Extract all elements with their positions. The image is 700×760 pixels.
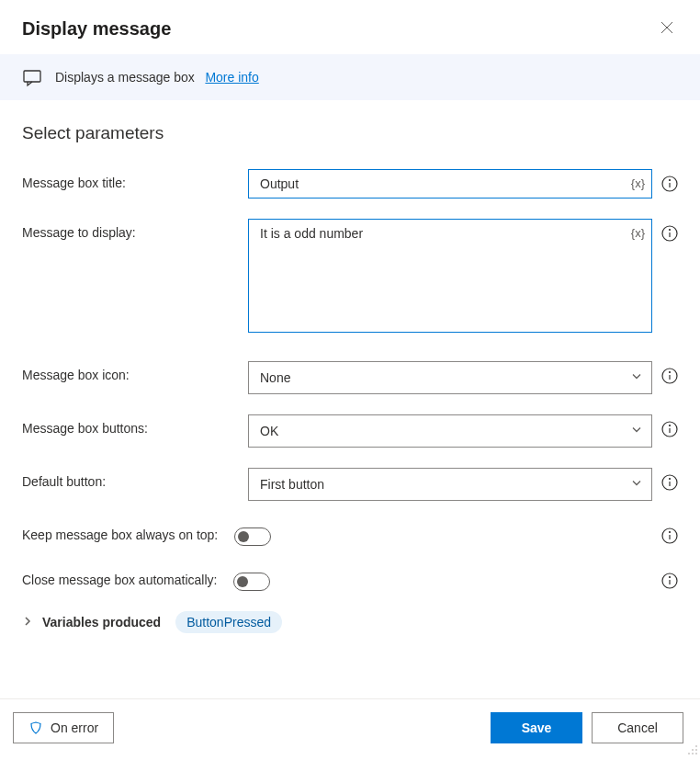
toggle-knob [238,531,249,542]
resize-grip-icon [687,744,698,755]
banner-text: Displays a message box [55,70,195,85]
label-icon: Message box icon: [22,361,235,382]
row-icon: Message box icon: None [22,361,678,394]
svg-point-8 [670,230,671,231]
svg-point-23 [670,577,671,578]
default-button-select[interactable]: First button [248,468,652,501]
label-message: Message to display: [22,219,235,240]
label-buttons: Message box buttons: [22,414,235,436]
svg-point-20 [670,532,671,533]
svg-point-27 [695,753,697,754]
cancel-button[interactable]: Cancel [592,712,683,743]
resize-grip[interactable] [687,743,698,758]
section-title: Select parameters [22,123,678,143]
info-icon [661,474,678,491]
auto-close-toggle[interactable] [233,573,270,591]
help-buttons[interactable] [661,421,678,437]
buttons-select[interactable]: OK [248,414,652,448]
input-wrap-title: {x} [248,169,652,199]
close-button[interactable] [656,17,678,41]
info-icon [661,527,678,544]
title-input[interactable] [248,169,652,199]
row-buttons: Message box buttons: OK [22,414,678,448]
on-error-button[interactable]: On error [13,712,114,743]
svg-point-14 [670,425,671,426]
info-icon [661,225,678,242]
shield-icon [28,720,43,735]
svg-point-5 [670,180,671,181]
svg-rect-2 [24,71,40,82]
info-icon [661,176,678,192]
help-message[interactable] [661,225,678,242]
variables-row: Variables produced ButtonPressed [22,611,678,633]
row-default-button: Default button: First button [22,468,678,501]
svg-point-26 [692,749,694,751]
info-icon [661,368,678,384]
select-wrap-buttons: OK [248,414,652,448]
help-auto-close[interactable] [661,573,678,589]
row-message: Message to display: It is a odd number {… [22,219,678,335]
svg-point-24 [695,745,697,747]
icon-select[interactable]: None [248,361,652,394]
dialog-title: Display message [22,18,171,40]
info-icon [661,573,678,589]
variable-picker-title[interactable]: {x} [631,176,645,190]
help-icon-field[interactable] [661,368,678,384]
svg-point-29 [688,753,690,754]
row-auto-close: Close message box automatically: [22,566,678,591]
label-auto-close: Close message box automatically: [22,566,217,587]
message-icon [22,67,42,87]
help-always-on-top[interactable] [661,527,678,544]
row-title: Message box title: {x} [22,169,678,199]
banner-text-wrap: Displays a message box More info [55,70,259,85]
expand-variables[interactable] [22,615,33,630]
help-default-button[interactable] [661,474,678,491]
variables-produced-label[interactable]: Variables produced [42,615,161,630]
select-wrap-default: First button [248,468,652,501]
close-icon [660,20,674,35]
row-always-on-top: Keep message box always on top: [22,521,678,546]
svg-point-25 [695,749,697,751]
input-wrap-message: It is a odd number {x} [248,219,652,335]
info-banner: Displays a message box More info [0,54,700,101]
chevron-right-icon [22,616,33,627]
svg-point-11 [670,372,671,373]
variable-chip[interactable]: ButtonPressed [175,611,282,633]
label-default-button: Default button: [22,468,235,489]
content-area: Select parameters Message box title: {x}… [0,101,700,655]
label-always-on-top: Keep message box always on top: [22,521,218,542]
message-textarea[interactable]: It is a odd number [248,219,652,333]
svg-point-17 [670,479,671,480]
dialog-footer: On error Save Cancel [0,698,700,760]
svg-point-28 [692,753,694,754]
more-info-link[interactable]: More info [205,70,258,85]
save-button[interactable]: Save [491,712,582,743]
always-on-top-toggle[interactable] [234,527,271,546]
label-title: Message box title: [22,169,235,190]
toggle-knob [237,576,248,587]
variable-picker-message[interactable]: {x} [631,226,645,240]
info-icon [661,421,678,437]
dialog-header: Display message [0,0,700,54]
select-wrap-icon: None [248,361,652,394]
help-title[interactable] [661,176,678,192]
